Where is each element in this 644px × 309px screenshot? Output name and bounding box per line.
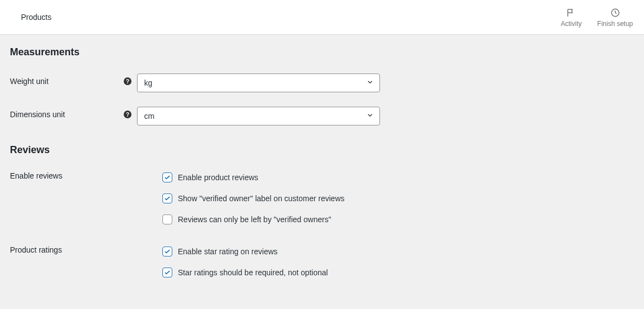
page-title: Products — [21, 13, 51, 22]
dimensions-unit-value: cm — [144, 112, 155, 121]
product-ratings-row: Product ratings Enable star rating on re… — [10, 245, 633, 277]
activity-label: Activity — [561, 20, 582, 27]
checkbox[interactable] — [162, 214, 172, 224]
option-label: Reviews can only be left by "verified ow… — [178, 215, 331, 224]
checkbox[interactable] — [162, 268, 172, 277]
topbar-actions: Activity Finish setup — [561, 7, 633, 27]
flag-icon — [566, 7, 577, 18]
topbar: Products Activity Finish setup — [0, 0, 644, 34]
verified-owners-only-option[interactable]: Reviews can only be left by "verified ow… — [162, 214, 345, 224]
enable-reviews-label-wrap: Enable reviews — [10, 171, 137, 180]
activity-button[interactable]: Activity — [561, 7, 582, 27]
measurements-heading: Measurements — [10, 46, 633, 58]
product-ratings-options: Enable star rating on reviews Star ratin… — [162, 245, 328, 277]
option-label: Enable star rating on reviews — [178, 247, 278, 256]
help-icon[interactable]: ? — [124, 77, 131, 85]
chevron-down-icon — [366, 112, 374, 121]
star-rating-required-option[interactable]: Star ratings should be required, not opt… — [162, 268, 328, 277]
weight-unit-value: kg — [144, 78, 152, 87]
option-label: Enable product reviews — [178, 173, 258, 182]
clock-icon — [610, 7, 621, 18]
weight-unit-row: Weight unit ? kg — [10, 74, 633, 92]
weight-unit-label: Weight unit — [10, 77, 49, 86]
enable-star-rating-option[interactable]: Enable star rating on reviews — [162, 247, 328, 256]
chevron-down-icon — [366, 78, 374, 88]
settings-content: Measurements Weight unit ? kg Dimensions… — [0, 34, 644, 277]
product-ratings-label-wrap: Product ratings — [10, 245, 137, 254]
enable-reviews-options: Enable product reviews Show "verified ow… — [162, 171, 345, 224]
checkbox[interactable] — [162, 193, 172, 203]
reviews-heading: Reviews — [10, 144, 633, 156]
checkbox[interactable] — [162, 172, 172, 182]
dimensions-unit-label-wrap: Dimensions unit ? — [10, 107, 137, 119]
dimensions-unit-label: Dimensions unit — [10, 110, 65, 119]
verified-owner-label-option[interactable]: Show "verified owner" label on customer … — [162, 193, 345, 203]
option-label: Star ratings should be required, not opt… — [178, 268, 328, 277]
enable-reviews-row: Enable reviews Enable product reviews Sh… — [10, 171, 633, 224]
help-icon[interactable]: ? — [124, 111, 131, 118]
dimensions-unit-row: Dimensions unit ? cm — [10, 107, 633, 125]
weight-unit-select[interactable]: kg — [137, 74, 380, 92]
weight-unit-label-wrap: Weight unit ? — [10, 74, 137, 86]
finish-setup-button[interactable]: Finish setup — [597, 7, 633, 27]
checkbox[interactable] — [162, 247, 172, 256]
enable-reviews-label: Enable reviews — [10, 171, 62, 180]
enable-product-reviews-option[interactable]: Enable product reviews — [162, 172, 345, 182]
dimensions-unit-select[interactable]: cm — [137, 107, 380, 125]
finish-setup-label: Finish setup — [597, 20, 633, 27]
option-label: Show "verified owner" label on customer … — [178, 194, 345, 203]
product-ratings-label: Product ratings — [10, 245, 62, 254]
